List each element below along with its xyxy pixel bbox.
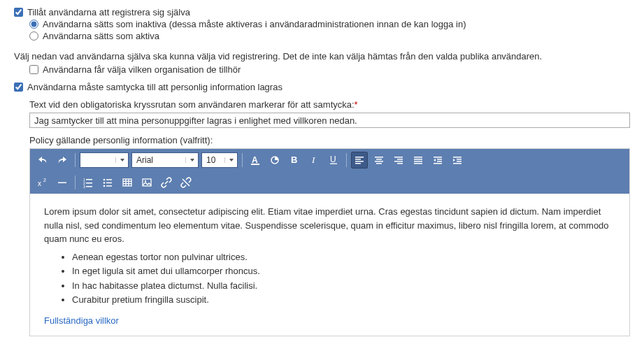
- indent-icon[interactable]: [449, 152, 466, 169]
- svg-rect-27: [453, 157, 461, 158]
- font-family-value: Arial: [136, 155, 153, 165]
- users-inactive-label: Användarna sätts som inaktiva (dessa mås…: [43, 19, 466, 29]
- choose-org-label: Användarna får välja vilken organisation…: [43, 64, 241, 75]
- svg-rect-15: [394, 157, 403, 158]
- svg-rect-6: [330, 164, 337, 164]
- svg-line-53: [183, 179, 189, 186]
- svg-rect-43: [106, 179, 112, 180]
- svg-rect-46: [123, 179, 131, 186]
- svg-point-52: [145, 180, 146, 182]
- svg-rect-23: [434, 157, 442, 158]
- link-icon[interactable]: [158, 174, 175, 191]
- policy-label: Policy gällande personlig information (v…: [29, 135, 630, 145]
- image-icon[interactable]: [138, 174, 155, 191]
- svg-point-41: [103, 182, 106, 184]
- full-terms-link[interactable]: Fullständiga villkor: [44, 315, 119, 326]
- block-format-select[interactable]: [80, 152, 129, 168]
- list-item: In eget ligula sit amet dui ullamcorper …: [72, 264, 615, 278]
- list-item: In hac habitasse platea dictumst. Nulla …: [72, 279, 615, 293]
- font-family-select[interactable]: Arial: [131, 152, 199, 168]
- allow-self-register-checkbox[interactable]: [14, 8, 23, 17]
- svg-point-42: [103, 185, 106, 187]
- svg-rect-1: [251, 164, 259, 165]
- svg-rect-8: [355, 159, 361, 160]
- underline-icon[interactable]: U: [325, 152, 342, 169]
- svg-rect-51: [143, 179, 151, 186]
- svg-rect-11: [375, 157, 383, 158]
- svg-rect-37: [86, 179, 92, 180]
- users-active-radio[interactable]: [29, 31, 38, 41]
- svg-rect-26: [434, 163, 442, 164]
- svg-rect-16: [397, 159, 403, 160]
- users-active-label: Användarna sätts som aktiva: [43, 31, 159, 41]
- align-left-icon[interactable]: [351, 152, 368, 169]
- choose-org-checkbox[interactable]: [29, 65, 38, 74]
- svg-text:B: B: [291, 155, 297, 165]
- unlink-icon[interactable]: [178, 174, 194, 191]
- svg-rect-44: [106, 182, 112, 184]
- editor-toolbar: Arial 10 A B I: [30, 149, 629, 194]
- italic-icon[interactable]: I: [306, 152, 322, 169]
- ordered-list-icon[interactable]: 123: [80, 174, 96, 191]
- unordered-list-icon[interactable]: [99, 174, 116, 191]
- svg-rect-10: [355, 163, 361, 164]
- chevron-down-icon: [185, 157, 195, 163]
- consent-text-label: Text vid den obligatoriska kryssrutan so…: [29, 99, 355, 110]
- svg-text:U: U: [330, 155, 336, 164]
- svg-rect-38: [86, 182, 92, 184]
- rich-text-editor: Arial 10 A B I: [29, 148, 630, 336]
- svg-rect-30: [453, 163, 461, 164]
- svg-rect-25: [437, 161, 442, 162]
- chevron-down-icon: [224, 157, 234, 163]
- list-item: Aenean egestas tortor non pulvinar ultri…: [72, 250, 615, 264]
- svg-point-40: [103, 179, 106, 181]
- svg-rect-28: [457, 159, 461, 160]
- required-asterisk: *: [355, 99, 358, 110]
- align-center-icon[interactable]: [371, 152, 387, 169]
- svg-rect-45: [106, 185, 112, 187]
- svg-text:x: x: [38, 180, 41, 187]
- redo-icon[interactable]: [54, 152, 71, 169]
- editor-paragraph: Lorem ipsum dolor sit amet, consectetur …: [44, 205, 615, 246]
- svg-rect-7: [355, 157, 364, 158]
- svg-text:A: A: [252, 155, 258, 165]
- consent-required-label: Användarna måste samtycka till att perso…: [27, 82, 282, 92]
- users-inactive-radio[interactable]: [29, 20, 38, 29]
- editor-content-area[interactable]: Lorem ipsum dolor sit amet, consectetur …: [30, 194, 629, 336]
- chevron-down-icon: [115, 157, 125, 163]
- background-color-icon[interactable]: [266, 152, 283, 169]
- svg-rect-9: [355, 161, 364, 162]
- svg-rect-12: [376, 159, 382, 160]
- svg-rect-22: [414, 163, 422, 164]
- bold-icon[interactable]: B: [286, 152, 303, 169]
- undo-icon[interactable]: [34, 152, 51, 169]
- svg-rect-39: [86, 186, 92, 187]
- align-justify-icon[interactable]: [410, 152, 427, 169]
- svg-rect-19: [414, 157, 422, 158]
- svg-rect-21: [414, 161, 422, 162]
- align-right-icon[interactable]: [390, 152, 407, 169]
- svg-text:3: 3: [83, 185, 85, 188]
- svg-rect-24: [437, 159, 442, 160]
- svg-rect-14: [376, 163, 382, 164]
- superscript-icon[interactable]: x2: [34, 174, 51, 191]
- svg-text:I: I: [311, 155, 315, 165]
- svg-rect-33: [58, 182, 66, 184]
- horizontal-rule-icon[interactable]: [54, 174, 71, 191]
- font-size-select[interactable]: 10: [201, 152, 238, 168]
- allow-self-register-label: Tillåt användarna att registrera sig sjä…: [27, 7, 190, 17]
- table-icon[interactable]: [119, 174, 136, 191]
- svg-text:2: 2: [43, 178, 46, 182]
- consent-required-checkbox[interactable]: [14, 83, 23, 92]
- list-item: Curabitur pretium fringilla suscipit.: [72, 293, 615, 307]
- svg-rect-29: [457, 161, 461, 162]
- svg-rect-18: [397, 163, 403, 164]
- svg-rect-20: [414, 159, 422, 160]
- outdent-icon[interactable]: [429, 152, 446, 169]
- font-size-value: 10: [206, 155, 215, 165]
- choose-intro-text: Välj nedan vad användarna själva ska kun…: [14, 51, 630, 62]
- editor-bullet-list: Aenean egestas tortor non pulvinar ultri…: [44, 250, 615, 307]
- consent-text-input[interactable]: [29, 113, 630, 128]
- svg-rect-17: [394, 161, 403, 162]
- font-color-icon[interactable]: A: [247, 152, 264, 169]
